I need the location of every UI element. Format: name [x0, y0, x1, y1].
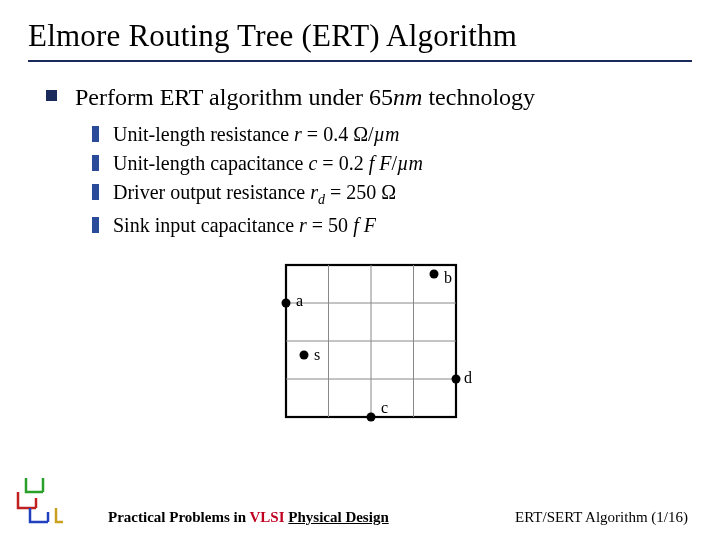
heading-unit: nm: [393, 84, 422, 110]
footer-right: ERT/SERT Algorithm (1/16): [515, 509, 688, 526]
param-unit: f F: [353, 214, 376, 236]
param-symbol: r: [299, 214, 307, 236]
param-label: Unit-length resistance: [113, 123, 294, 145]
svg-point-8: [430, 270, 439, 279]
slide-body: Perform ERT algorithm under 65nm technol…: [28, 82, 692, 436]
footer-text: Practical Problems in: [108, 509, 250, 525]
bullet-bar-icon: [92, 126, 99, 142]
svg-point-9: [300, 351, 309, 360]
svg-point-10: [367, 413, 376, 422]
heading-pre: Perform ERT algorithm under 65: [75, 84, 393, 110]
param-value: = 0.4 Ω/: [302, 123, 374, 145]
bullet-bar-icon: [92, 184, 99, 200]
svg-point-7: [282, 299, 291, 308]
list-item: Sink input capacitance r = 50 f F: [92, 212, 692, 239]
param-value: = 250 Ω: [325, 181, 396, 203]
param-label: Unit-length capacitance: [113, 152, 308, 174]
parameter-list: Unit-length resistance r = 0.4 Ω/µm Unit…: [92, 121, 692, 239]
node-label-b: b: [444, 269, 452, 286]
footer-pd: Physical Design: [288, 509, 388, 525]
slide-footer: Practical Problems in VLSI Physical Desi…: [0, 509, 720, 526]
grid-diagram: a b s c d: [254, 257, 484, 432]
param-unit2: µm: [397, 152, 423, 174]
svg-point-11: [452, 375, 461, 384]
footer-left: Practical Problems in VLSI Physical Desi…: [108, 509, 389, 526]
param-symbol: r: [310, 181, 318, 203]
param-label: Sink input capacitance: [113, 214, 299, 236]
heading-post: technology: [422, 84, 535, 110]
param-unit: µm: [374, 123, 400, 145]
param-subscript: d: [318, 192, 325, 207]
slide-title: Elmore Routing Tree (ERT) Algorithm: [28, 18, 692, 62]
param-unit: f F: [369, 152, 392, 174]
node-label-c: c: [381, 399, 388, 416]
node-label-a: a: [296, 292, 303, 309]
bullet-square-icon: [46, 90, 57, 101]
list-item: Unit-length capacitance c = 0.2 f F/µm: [92, 150, 692, 177]
main-heading: Perform ERT algorithm under 65nm technol…: [75, 82, 535, 113]
footer-vlsi: VLSI: [250, 509, 285, 525]
bullet-bar-icon: [92, 217, 99, 233]
param-label: Driver output resistance: [113, 181, 310, 203]
param-value: = 50: [307, 214, 353, 236]
bullet-bar-icon: [92, 155, 99, 171]
param-value: = 0.2: [317, 152, 368, 174]
list-item: Driver output resistance rd = 250 Ω: [92, 179, 692, 210]
param-symbol: r: [294, 123, 302, 145]
list-item: Unit-length resistance r = 0.4 Ω/µm: [92, 121, 692, 148]
node-label-s: s: [314, 346, 320, 363]
node-label-d: d: [464, 369, 472, 386]
